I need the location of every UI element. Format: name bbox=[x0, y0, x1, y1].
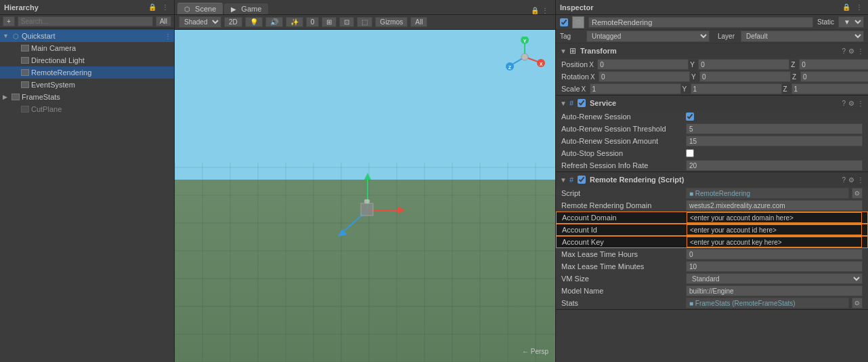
domain-row: Remote Rendering Domain bbox=[556, 199, 868, 212]
main-camera-arrow: ▶ bbox=[12, 45, 19, 52]
layer-select[interactable]: Default bbox=[741, 31, 864, 42]
max-lease-hours-input[interactable] bbox=[686, 249, 863, 260]
hierarchy-header: Hierarchy 🔒 ⋮ bbox=[0, 0, 174, 15]
light-toggle-btn[interactable]: 💡 bbox=[245, 17, 263, 27]
rrs-help-icon[interactable]: ? bbox=[842, 176, 846, 184]
scale-z-input[interactable]: 1 bbox=[791, 83, 868, 94]
auto-stop-label: Auto-Stop Session bbox=[561, 149, 683, 157]
inspector-lock-icon[interactable]: 🔒 bbox=[841, 3, 852, 11]
stats-row: Stats ⊙ bbox=[556, 297, 868, 309]
hierarchy-item-remote-rendering[interactable]: ▶ RemoteRendering bbox=[0, 66, 174, 79]
threshold-label: Auto-Renew Session Threshold bbox=[561, 125, 683, 133]
hierarchy-lock-icon[interactable]: 🔒 bbox=[147, 3, 158, 11]
service-help-icon[interactable]: ? bbox=[842, 100, 846, 107]
account-domain-label: Account Domain bbox=[562, 214, 684, 222]
scene-rotation-gizmo[interactable]: Y X Z bbox=[504, 37, 545, 77]
sound-toggle-btn[interactable]: 🔊 bbox=[265, 17, 283, 27]
toggle3-btn[interactable]: ⊡ bbox=[339, 17, 354, 27]
svg-text:Z: Z bbox=[508, 65, 512, 70]
pos-x-input[interactable]: 0 bbox=[597, 59, 689, 70]
scene-panel-lock-icon[interactable]: 🔒 bbox=[529, 7, 540, 14]
toggle4-btn[interactable]: ⬚ bbox=[357, 17, 372, 27]
layer-label: Layer bbox=[718, 33, 738, 40]
amount-input[interactable] bbox=[686, 136, 863, 146]
threshold-input[interactable] bbox=[686, 123, 863, 134]
account-key-input[interactable] bbox=[687, 237, 862, 247]
max-lease-hours-row: Max Lease Time Hours bbox=[556, 248, 868, 260]
hierarchy-item-frame-stats[interactable]: ▶ FrameStats bbox=[0, 91, 174, 103]
inspector-header: Inspector 🔒 ⋮ bbox=[556, 0, 868, 15]
toggle1-btn[interactable]: 0 bbox=[306, 17, 320, 27]
scene-tab-label: Scene bbox=[195, 5, 216, 13]
static-dropdown[interactable]: ▼ bbox=[838, 16, 864, 28]
scale-y-input[interactable]: 1 bbox=[691, 83, 782, 94]
rot-z-input[interactable]: 0 bbox=[800, 71, 868, 82]
rrs-active-checkbox[interactable] bbox=[578, 176, 586, 184]
rrs-section-header[interactable]: ▼ # Remote Rendering (Script) ? ⚙ ⋮ bbox=[556, 172, 868, 187]
pos-y-input[interactable]: 0 bbox=[698, 59, 789, 70]
shaded-dropdown[interactable]: Shaded bbox=[179, 16, 221, 28]
model-name-input[interactable] bbox=[686, 285, 863, 296]
frame-stats-label: FrameStats bbox=[22, 93, 171, 101]
transform-help-icon[interactable]: ? bbox=[842, 47, 846, 55]
quickstart-options[interactable]: ⋮ bbox=[165, 33, 171, 40]
hierarchy-item-cut-plane[interactable]: ▶ CutPlane bbox=[0, 103, 174, 115]
account-domain-input[interactable] bbox=[687, 212, 862, 223]
vm-size-select[interactable]: Standard Premium bbox=[686, 273, 863, 284]
scene-viewport[interactable]: ← Persp Y X Z bbox=[175, 30, 555, 362]
rot-x-input[interactable]: 0 bbox=[599, 71, 690, 82]
account-id-input[interactable] bbox=[687, 224, 862, 235]
hierarchy-item-event-system[interactable]: ▶ EventSystem bbox=[0, 79, 174, 91]
hierarchy-item-main-camera[interactable]: ▶ Main Camera bbox=[0, 42, 174, 54]
scale-x-input[interactable]: 1 bbox=[590, 83, 681, 94]
rrs-settings-icon[interactable]: ⚙ bbox=[848, 176, 854, 184]
stats-ref-btn[interactable]: ⊙ bbox=[852, 298, 863, 308]
hierarchy-search-input[interactable] bbox=[18, 16, 153, 26]
hierarchy-add-button[interactable]: + bbox=[3, 16, 15, 26]
hierarchy-all-button[interactable]: All bbox=[156, 16, 171, 26]
script-ref-btn[interactable]: ⊙ bbox=[852, 188, 863, 199]
max-lease-minutes-input[interactable] bbox=[686, 261, 863, 272]
toggle2-btn[interactable]: ⊞ bbox=[322, 17, 337, 27]
hierarchy-menu-icon[interactable]: ⋮ bbox=[160, 3, 170, 11]
tag-select[interactable]: Untagged bbox=[586, 31, 710, 42]
cut-plane-label: CutPlane bbox=[31, 105, 171, 113]
rot-y-input[interactable]: 0 bbox=[699, 71, 791, 82]
hierarchy-item-directional-light[interactable]: ▶ Directional Light bbox=[0, 54, 174, 66]
persp-label: ← Persp bbox=[522, 348, 548, 355]
remote-rendering-script-section: ▼ # Remote Rendering (Script) ? ⚙ ⋮ Scri… bbox=[556, 172, 868, 310]
rotation-label: Rotation bbox=[561, 73, 589, 81]
stats-ref-input[interactable] bbox=[686, 298, 849, 308]
2d-button[interactable]: 2D bbox=[224, 17, 242, 27]
auto-renew-checkbox[interactable] bbox=[686, 113, 694, 121]
rrs-more-icon[interactable]: ⋮ bbox=[857, 176, 864, 184]
gizmos-dropdown[interactable]: Gizmos bbox=[375, 17, 408, 27]
all-dropdown[interactable]: All bbox=[410, 17, 427, 27]
tab-scene[interactable]: ⬡ Scene bbox=[177, 3, 223, 14]
script-ref-input[interactable] bbox=[686, 188, 849, 199]
service-section-header[interactable]: ▼ # Service ? ⚙ ⋮ bbox=[556, 96, 868, 110]
transform-section-header[interactable]: ▼ ⊞ Transform ? ⚙ ⋮ bbox=[556, 43, 868, 58]
obj-name-input[interactable]: RemoteRendering bbox=[588, 17, 813, 28]
domain-input[interactable] bbox=[686, 200, 863, 211]
inspector-panel: Inspector 🔒 ⋮ ⬡ RemoteRendering Static ▼ bbox=[555, 0, 868, 362]
refresh-rate-input[interactable] bbox=[686, 160, 863, 171]
service-more-icon[interactable]: ⋮ bbox=[857, 100, 864, 107]
svg-text:Y: Y bbox=[523, 39, 527, 43]
remote-rendering-icon bbox=[20, 68, 30, 77]
inspector-menu-icon[interactable]: ⋮ bbox=[854, 3, 864, 11]
hierarchy-toolbar: + All bbox=[0, 15, 174, 28]
pos-z-input[interactable]: 0 bbox=[799, 59, 868, 70]
transform-settings-icon[interactable]: ⚙ bbox=[848, 47, 854, 55]
service-settings-icon[interactable]: ⚙ bbox=[848, 100, 854, 107]
obj-active-checkbox[interactable] bbox=[560, 18, 568, 26]
hierarchy-item-quickstart[interactable]: ▼ ⬡ Quickstart ⋮ bbox=[0, 30, 174, 42]
transform-more-icon[interactable]: ⋮ bbox=[857, 47, 864, 55]
tag-layer-row: Tag Untagged Layer Default bbox=[556, 30, 868, 43]
scene-panel-menu-icon[interactable]: ⋮ bbox=[540, 7, 550, 14]
tab-game[interactable]: ▶ Game bbox=[224, 3, 268, 14]
auto-stop-checkbox[interactable] bbox=[686, 149, 694, 157]
service-active-checkbox[interactable] bbox=[578, 99, 586, 107]
effects-btn[interactable]: ✨ bbox=[286, 17, 303, 27]
rrs-title: Remote Rendering (Script) bbox=[590, 176, 839, 184]
